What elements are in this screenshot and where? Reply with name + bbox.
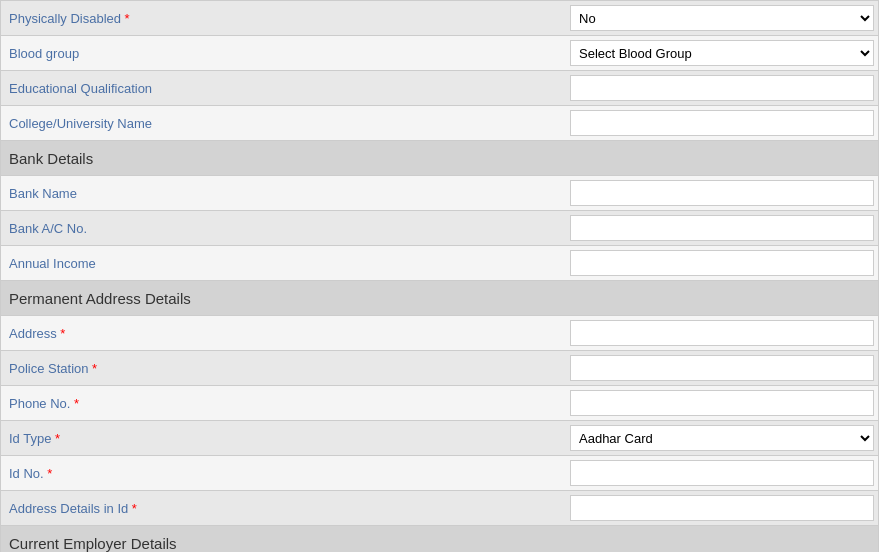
field-input-wrapper: Aadhar CardPassportVoter IDDriving Licen… (566, 421, 878, 455)
form-row: Educational Qualification (1, 71, 878, 106)
section-header: Bank Details (1, 141, 878, 176)
required-marker: * (92, 361, 97, 376)
field-input-wrapper (566, 176, 878, 210)
field-input-wrapper (566, 351, 878, 385)
field-label: Police Station * (1, 355, 566, 382)
field-input-wrapper (566, 491, 878, 525)
form-row: College/University Name (1, 106, 878, 141)
form-row: Address * (1, 316, 878, 351)
required-marker: * (132, 501, 137, 516)
field-label: College/University Name (1, 110, 566, 137)
field-input-wrapper (566, 456, 878, 490)
form-row: Blood group Select Blood GroupA+A-B+B-AB… (1, 36, 878, 71)
form-row: Annual Income (1, 246, 878, 281)
field-label: Blood group (1, 40, 566, 67)
form-row: Bank A/C No. (1, 211, 878, 246)
section-header-label: Current Employer Details (9, 535, 177, 552)
field-label: Id No. * (1, 460, 566, 487)
form-row: Address Details in Id * (1, 491, 878, 526)
form-row: Police Station * (1, 351, 878, 386)
field-text-input[interactable] (570, 320, 874, 346)
field-input-wrapper (566, 71, 878, 105)
field-input-wrapper (566, 386, 878, 420)
field-label: Phone No. * (1, 390, 566, 417)
section-header: Current Employer Details (1, 526, 878, 552)
required-marker: * (47, 466, 52, 481)
field-text-input[interactable] (570, 215, 874, 241)
section-header-label: Bank Details (9, 150, 93, 167)
field-label: Educational Qualification (1, 75, 566, 102)
field-label: Bank Name (1, 180, 566, 207)
field-input-wrapper (566, 106, 878, 140)
form-container: Physically Disabled *NoYesBlood group Se… (0, 0, 879, 552)
form-row: Id No. * (1, 456, 878, 491)
field-label: Address * (1, 320, 566, 347)
section-header-label: Permanent Address Details (9, 290, 191, 307)
field-text-input[interactable] (570, 355, 874, 381)
required-marker: * (60, 326, 65, 341)
form-row: Phone No. * (1, 386, 878, 421)
field-input-wrapper (566, 246, 878, 280)
field-input-wrapper: NoYes (566, 1, 878, 35)
field-text-input[interactable] (570, 180, 874, 206)
field-label: Id Type * (1, 425, 566, 452)
required-marker: * (125, 11, 130, 26)
field-select[interactable]: Aadhar CardPassportVoter IDDriving Licen… (570, 425, 874, 451)
form-row: Id Type *Aadhar CardPassportVoter IDDriv… (1, 421, 878, 456)
field-select[interactable]: Select Blood GroupA+A-B+B-AB+AB-O+O- (570, 40, 874, 66)
field-text-input[interactable] (570, 250, 874, 276)
required-marker: * (55, 431, 60, 446)
field-input-wrapper (566, 316, 878, 350)
field-label: Bank A/C No. (1, 215, 566, 242)
field-label: Physically Disabled * (1, 5, 566, 32)
field-label: Address Details in Id * (1, 495, 566, 522)
field-input-wrapper: Select Blood GroupA+A-B+B-AB+AB-O+O- (566, 36, 878, 70)
field-text-input[interactable] (570, 75, 874, 101)
form-row: Physically Disabled *NoYes (1, 1, 878, 36)
field-select[interactable]: NoYes (570, 5, 874, 31)
field-label: Annual Income (1, 250, 566, 277)
field-input-wrapper (566, 211, 878, 245)
required-marker: * (74, 396, 79, 411)
field-text-input[interactable] (570, 110, 874, 136)
section-header: Permanent Address Details (1, 281, 878, 316)
field-text-input[interactable] (570, 495, 874, 521)
field-text-input[interactable] (570, 460, 874, 486)
field-text-input[interactable] (570, 390, 874, 416)
form-row: Bank Name (1, 176, 878, 211)
